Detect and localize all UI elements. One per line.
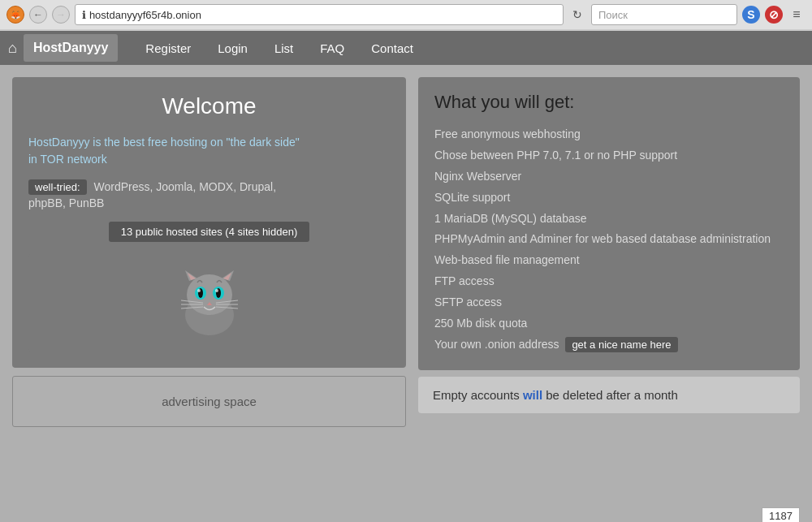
url-display: hostdanyyyf65r4b.onion: [89, 9, 201, 21]
search-placeholder: Поиск: [598, 9, 628, 21]
nav-link-faq[interactable]: FAQ: [309, 35, 356, 62]
svg-point-10: [197, 289, 201, 292]
home-icon: ⌂: [8, 40, 17, 56]
main-wrapper: Welcome HostDanyyy is the best free host…: [0, 65, 812, 503]
well-tried-apps: WordPress, Joomla, MODX, Drupal,: [94, 180, 277, 193]
sites-count-button[interactable]: 13 public hosted sites (4 sites hidden): [109, 222, 310, 242]
feature-item-4: 1 MariaDB (MySQL) database: [434, 209, 784, 230]
welcome-box: Welcome HostDanyyy is the best free host…: [12, 77, 406, 368]
back-button[interactable]: ←: [29, 6, 47, 24]
feature-item-10: Your own .onion address get a nice name …: [434, 334, 784, 356]
well-tried-section: well-tried: WordPress, Joomla, MODX, Dru…: [28, 180, 390, 209]
welcome-desc-line1: HostDanyyy is the best free hosting on "…: [28, 136, 300, 149]
ad-space-box: advertising space: [12, 376, 406, 427]
back-icon: ←: [33, 9, 43, 20]
onion-link-button[interactable]: get a nice name here: [565, 337, 677, 352]
toolbar-icon-block[interactable]: ⊘: [765, 6, 783, 24]
firefox-logo[interactable]: 🦊: [6, 6, 24, 24]
welcome-description: HostDanyyy is the best free hosting on "…: [28, 134, 390, 168]
features-box: What you will get: Free anonymous webhos…: [418, 77, 800, 370]
welcome-desc-line2: in TOR network: [28, 153, 107, 166]
feature-item-6: Web-based file management: [434, 250, 784, 271]
cheshire-cat-box: [28, 254, 390, 352]
warning-text-after: be deleted after a month: [542, 388, 678, 402]
well-tried-badge: well-tried:: [28, 179, 87, 195]
cheshire-cat-image: [173, 266, 246, 339]
warning-text-before: Empty accounts: [433, 388, 523, 402]
welcome-title: Welcome: [28, 93, 390, 119]
feature-item-9: 250 Mb disk quota: [434, 313, 784, 334]
nav-bar: ⌂ HostDanyyy Register Login List FAQ Con…: [0, 31, 812, 65]
feature-item-0: Free anonymous webhosting: [434, 124, 784, 145]
left-column: Welcome HostDanyyy is the best free host…: [12, 77, 406, 427]
nav-link-login[interactable]: Login: [206, 35, 259, 62]
svg-point-11: [215, 289, 218, 292]
menu-button[interactable]: ≡: [788, 6, 806, 24]
nav-links: Register Login List FAQ Contact: [134, 35, 425, 62]
warning-highlight: will: [523, 388, 542, 402]
menu-icon: ≡: [793, 7, 800, 22]
feature-item-8: SFTP access: [434, 292, 784, 313]
refresh-icon: ↻: [572, 8, 582, 21]
nav-link-list[interactable]: List: [263, 35, 304, 62]
nav-link-register[interactable]: Register: [134, 35, 202, 62]
feature-item-7: FTP access: [434, 271, 784, 292]
search-bar[interactable]: Поиск: [591, 4, 737, 25]
browser-chrome: 🦊 ← → ℹ hostdanyyyf65r4b.onion ↻ Поиск S…: [0, 0, 812, 31]
warning-box: Empty accounts will be deleted after a m…: [418, 377, 800, 413]
counter-row: 1187: [0, 503, 812, 522]
content-row: Welcome HostDanyyy is the best free host…: [12, 77, 800, 427]
nav-brand[interactable]: HostDanyyy: [24, 34, 118, 62]
well-tried-apps2: phpBB, PunBB: [28, 196, 390, 209]
home-button[interactable]: ⌂: [8, 40, 17, 57]
nav-link-contact[interactable]: Contact: [360, 35, 425, 62]
feature-item-5: PHPMyAdmin and Adminer for web based dat…: [434, 229, 784, 250]
right-column: What you will get: Free anonymous webhos…: [418, 77, 800, 427]
info-icon: ℹ: [82, 9, 86, 21]
visit-counter: 1187: [762, 507, 800, 522]
address-bar[interactable]: ℹ hostdanyyyf65r4b.onion: [75, 4, 564, 25]
svg-point-1: [187, 274, 232, 315]
forward-button[interactable]: →: [52, 6, 70, 24]
feature-list: Free anonymous webhosting Chose between …: [434, 124, 784, 356]
toolbar-icon-s[interactable]: S: [742, 6, 760, 24]
ad-space-label: advertising space: [162, 395, 257, 408]
feature-item-1: Chose between PHP 7.0, 7.1 or no PHP sup…: [434, 145, 784, 166]
feature-item-2: Nginx Webserver: [434, 166, 784, 188]
feature-item-3: SQLite support: [434, 188, 784, 209]
features-title: What you will get:: [434, 92, 784, 113]
browser-toolbar: 🦊 ← → ℹ hostdanyyyf65r4b.onion ↻ Поиск S…: [0, 0, 812, 30]
refresh-button[interactable]: ↻: [568, 6, 586, 24]
